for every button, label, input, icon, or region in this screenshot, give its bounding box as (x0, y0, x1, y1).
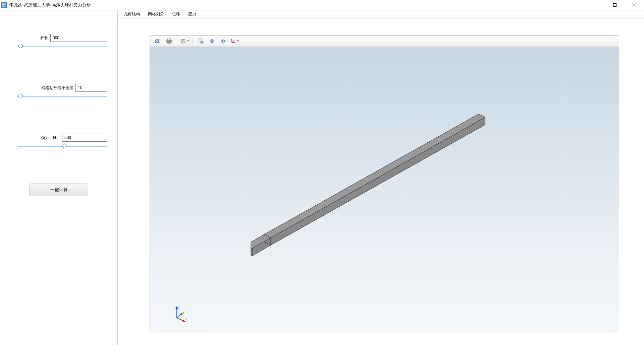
toolbar-separator (193, 38, 193, 45)
svg-marker-19 (231, 39, 232, 40)
rotate-icon[interactable] (218, 37, 228, 46)
viewport-toolbar: ▼ (150, 36, 619, 47)
close-button[interactable] (625, 0, 644, 10)
slider-force[interactable] (17, 144, 107, 148)
param-group-length: 杆长 (10, 34, 107, 49)
slider-thumb[interactable] (18, 44, 23, 49)
svg-rect-13 (198, 39, 202, 42)
maximize-button[interactable] (605, 0, 625, 10)
coordinate-triad: z y x (170, 303, 190, 323)
tab-displacement[interactable]: 位移 (168, 10, 184, 18)
param-label-length: 杆长 (40, 35, 48, 41)
minimize-button[interactable] (586, 0, 605, 10)
svg-rect-9 (167, 40, 171, 42)
param-label-mesh: 网格划分最小密度 (41, 85, 73, 91)
svg-line-22 (232, 41, 234, 43)
slider-length[interactable] (17, 44, 107, 49)
chevron-down-icon: ▼ (187, 40, 190, 43)
svg-marker-32 (175, 306, 178, 309)
triad-y-label: y (183, 310, 184, 314)
param-input-length[interactable] (50, 34, 107, 42)
tab-stress[interactable]: 应力 (184, 10, 200, 18)
param-label-force: 劲力（N） (41, 135, 60, 141)
tab-geometry[interactable]: 几何结构 (120, 10, 144, 18)
app-icon (1, 2, 7, 8)
slider-mesh[interactable] (17, 94, 107, 98)
triad-z-label: z (178, 305, 180, 308)
svg-marker-25 (271, 117, 485, 245)
svg-line-12 (182, 40, 184, 43)
zoom-box-icon[interactable] (196, 37, 206, 46)
model-geometry (251, 107, 485, 258)
toolbar-separator (177, 38, 177, 45)
svg-point-16 (221, 40, 225, 42)
param-group-mesh: 网格划分最小密度 (10, 84, 107, 98)
param-group-force: 劲力（N） (10, 134, 107, 148)
tab-mesh[interactable]: 网格划分 (144, 10, 168, 18)
viewport-wrap: ▼ (118, 18, 644, 345)
slider-thumb[interactable] (61, 143, 67, 149)
axes-icon[interactable]: ▼ (230, 37, 240, 46)
tab-bar: 几何结构 网格划分 位移 应力 (118, 10, 644, 18)
svg-point-6 (157, 40, 159, 42)
svg-rect-2 (613, 3, 616, 6)
no-symbol-icon[interactable]: ▼ (180, 37, 190, 46)
param-input-mesh[interactable] (75, 84, 107, 92)
param-input-force[interactable] (62, 134, 107, 142)
canvas-3d[interactable]: z y x (150, 47, 619, 333)
viewport: ▼ (150, 35, 619, 333)
content-area: 几何结构 网格划分 位移 应力 ▼ (118, 10, 644, 345)
print-icon[interactable] (164, 37, 174, 46)
calculate-button[interactable]: 一键计算 (30, 184, 88, 196)
camera-icon[interactable] (153, 37, 163, 46)
svg-point-17 (222, 39, 224, 43)
svg-marker-23 (264, 114, 485, 238)
sidebar: 杆长 网格划分最小密度 劲力（N） (0, 10, 118, 345)
title-bar: 李龙杰-武汉理工大学-高尔夫球杆受力分析 (0, 0, 644, 10)
window-controls (586, 0, 644, 10)
svg-marker-21 (234, 42, 235, 43)
pan-icon[interactable] (207, 37, 217, 46)
chevron-down-icon: ▼ (237, 40, 239, 43)
svg-line-15 (202, 43, 203, 44)
svg-rect-0 (3, 3, 6, 7)
main-area: 杆长 网格划分最小密度 劲力（N） (0, 10, 644, 345)
triad-x-label: x (185, 318, 187, 321)
window-title: 李龙杰-武汉理工大学-高尔夫球杆受力分析 (9, 2, 91, 8)
slider-thumb[interactable] (18, 93, 23, 99)
svg-rect-7 (157, 39, 158, 40)
svg-marker-34 (180, 313, 183, 316)
